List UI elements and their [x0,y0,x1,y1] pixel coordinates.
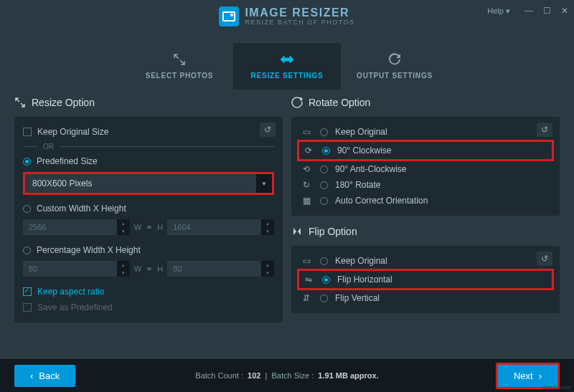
flip-v-icon: ⇵ [300,293,313,303]
option-label: 180° Rotate [335,180,381,190]
option-label: Keep Original [335,127,387,137]
width-label: W [134,264,141,273]
resize-corner-icon [14,97,26,108]
predefined-size-dropdown[interactable]: 800X600 Pixels ▼ [23,172,274,195]
batch-count-label: Batch Count : [195,371,243,380]
flip-panel: ↺ ▭ Keep Original ⇋ Flip Horizontal ⇵ Fl… [291,246,560,313]
option-label: Predefined Size [37,156,98,166]
batch-size-label: Batch Size : [272,371,314,380]
option-label: Flip Horizontal [337,274,392,285]
width-label: W [134,223,141,231]
rotate-section-header: Rotate Option [291,97,560,108]
auto-orient-icon: ▦ [300,196,313,206]
tab-resize-settings[interactable]: RESIZE SETTINGS [233,43,341,90]
rotate-keep-original-option[interactable]: ▭ Keep Original [300,124,551,140]
input-value: 80 [23,261,117,277]
save-predefined-option[interactable]: Save as Predefined [23,300,274,315]
rotate-90cw-option[interactable]: ⟳ 90° Clockwise [302,143,549,158]
rotate-panel: ↺ ▭ Keep Original ⟳ 90° Clockwise ⟲ 90° … [291,117,560,216]
help-menu[interactable]: Help ▾ [487,6,510,16]
close-button[interactable]: ✕ [561,6,568,16]
radio-icon [322,147,330,155]
minimize-button[interactable]: — [524,6,533,16]
option-label: Keep Original Size [37,127,108,137]
option-label: 90° Anti-Clockwise [335,164,407,174]
radio-icon [322,276,330,284]
option-label: Auto Correct Orientation [335,196,428,206]
pct-width-input[interactable]: 80 ▲▼ [23,261,130,277]
spinner-buttons[interactable]: ▲▼ [261,219,274,235]
radio-icon [320,166,328,173]
radio-icon [320,128,328,136]
rotate-header-label: Rotate Option [309,97,370,108]
flip-h-icon: ⇋ [302,274,315,285]
back-button[interactable]: ‹ Back [14,365,75,387]
radio-icon [23,247,31,254]
input-value: 80 [167,261,261,277]
tab-select-photos[interactable]: SELECT PHOTOS [126,43,233,90]
spinner-buttons[interactable]: ▲▼ [117,261,130,277]
chevron-down-icon[interactable]: ▼ [256,174,272,193]
checkbox-icon [23,287,32,296]
tab-label: OUTPUT SETTINGS [341,72,448,80]
resize-section-header: Resize Option [14,97,283,108]
input-value: 1604 [167,219,261,235]
image-icon: ▭ [300,256,313,266]
option-label: Save as Predefined [37,302,113,312]
radio-icon [320,197,328,205]
link-icon: ⚭ [146,222,153,232]
refresh-icon [341,52,448,67]
reset-flip-button[interactable]: ↺ [537,252,552,266]
flip-keep-original-option[interactable]: ▭ Keep Original [300,253,551,269]
input-value: 2566 [23,219,117,235]
batch-count-value: 102 [248,371,260,380]
option-label: Custom Width X Height [37,204,126,214]
footer-bar: ‹ Back Batch Count : 102 | Batch Size : … [0,359,574,392]
resize-handles-icon [233,52,341,67]
reset-resize-button[interactable]: ↺ [260,123,276,137]
rotate-90ccw-option[interactable]: ⟲ 90° Anti-Clockwise [300,161,551,177]
radio-icon [320,181,328,189]
app-logo [219,6,239,27]
app-subtitle: RESIZE BATCH OF PHOTOS [245,19,354,26]
resize-panel: ↺ Keep Original Size OR Predefined Size … [14,117,283,322]
option-label: Flip Vertical [335,293,380,303]
flip-vertical-option[interactable]: ⇵ Flip Vertical [300,290,551,306]
flip-icon [291,226,303,237]
app-title: IMAGE RESIZER [245,7,354,19]
resize-header-label: Resize Option [32,97,95,108]
rotate-auto-option[interactable]: ▦ Auto Correct Orientation [300,193,551,209]
chevron-left-icon: ‹ [30,371,33,381]
batch-size-value: 1.91 MB approx. [318,371,378,380]
watermark: wsxdn.com [542,384,571,391]
button-label: Next [514,371,533,381]
tab-label: RESIZE SETTINGS [233,72,341,80]
percentage-size-option[interactable]: Percentage Width X Height [23,242,274,258]
rotate-icon [291,97,303,108]
maximize-button[interactable]: ☐ [543,6,551,16]
custom-width-input[interactable]: 2566 ▲▼ [23,219,130,235]
flip-header-label: Flip Option [309,226,357,237]
custom-height-input[interactable]: 1604 ▲▼ [167,219,274,235]
custom-size-option[interactable]: Custom Width X Height [23,201,274,216]
rotate-ccw-icon: ⟲ [300,164,313,174]
radio-icon [23,205,31,213]
height-label: H [157,223,163,231]
predefined-size-option[interactable]: Predefined Size [23,153,274,169]
keep-aspect-ratio-option[interactable]: Keep aspect ratio [23,284,274,300]
expand-arrows-icon [126,52,233,67]
checkbox-icon [23,303,32,312]
rotate-180-option[interactable]: ↻ 180° Rotate [300,177,551,193]
tab-output-settings[interactable]: OUTPUT SETTINGS [341,43,448,90]
batch-info: Batch Count : 102 | Batch Size : 1.91 MB… [195,371,378,380]
flip-section-header: Flip Option [291,226,560,237]
option-label: Percentage Width X Height [37,245,141,255]
flip-horizontal-option[interactable]: ⇋ Flip Horizontal [302,272,549,287]
reset-rotate-button[interactable]: ↺ [537,123,552,137]
pct-height-input[interactable]: 80 ▲▼ [167,261,274,277]
spinner-buttons[interactable]: ▲▼ [117,219,130,235]
tab-label: SELECT PHOTOS [126,72,233,80]
spinner-buttons[interactable]: ▲▼ [261,261,274,277]
keep-original-size-option[interactable]: Keep Original Size [23,124,274,140]
titlebar: IMAGE RESIZER RESIZE BATCH OF PHOTOS Hel… [0,0,574,32]
